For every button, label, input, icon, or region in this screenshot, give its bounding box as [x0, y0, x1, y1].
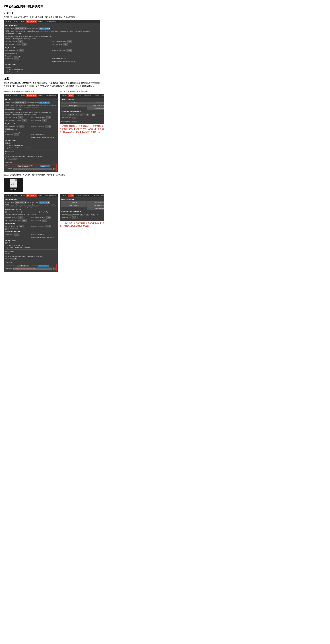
light-samples-3[interactable]: [22, 219, 27, 222]
tab-render-elements-s1[interactable]: Render Elements: [100, 94, 104, 97]
gi-aa-3[interactable]: [18, 216, 23, 218]
tab-system-s2[interactable]: System: [93, 194, 100, 197]
tab-common-2[interactable]: Common: [4, 94, 12, 97]
light-samples-2[interactable]: [22, 120, 27, 122]
tab-scene-s2[interactable]: Scene: [68, 194, 74, 197]
primary-solver-2[interactable]: Path Tracing: [15, 102, 26, 104]
setup-lightmix-btn-2[interactable]: Setup LightMix: [61, 204, 86, 207]
tab-performance-1[interactable]: Performance: [26, 20, 37, 23]
time-m-1[interactable]: [86, 114, 89, 116]
tab-common-s2[interactable]: Common: [60, 194, 68, 197]
max-sample-2[interactable]: [46, 116, 51, 119]
max-ray-2[interactable]: [42, 120, 47, 122]
lock-sampling-check[interactable]: [5, 36, 6, 37]
precomp-select-3[interactable]: Load from file: [17, 264, 29, 267]
tab-scene-3[interactable]: Scene: [12, 194, 19, 197]
max-ray-input[interactable]: [63, 44, 68, 46]
max-passes-input[interactable]: [14, 58, 19, 60]
show-vfb-btn-1[interactable]: Show VFB: [61, 102, 86, 104]
time-m-2[interactable]: [86, 214, 89, 216]
browse-btn-2[interactable]: [...]: [53, 168, 56, 170]
displacement-3d-check[interactable]: [5, 52, 6, 54]
tab-scene-1[interactable]: Scene: [12, 20, 19, 23]
tab-system-2[interactable]: System: [37, 94, 44, 97]
tab-camera-1[interactable]: Camera: [19, 20, 26, 23]
screen-size-check[interactable]: [5, 50, 6, 51]
tab-camera-s1[interactable]: Camera: [74, 94, 82, 97]
after-render-select-3[interactable]: Save to file: [38, 264, 49, 267]
tab-performance-s1[interactable]: Performance: [82, 94, 93, 97]
filename-input-2[interactable]: [13, 168, 52, 170]
primary-solver-3[interactable]: Path Tracing: [15, 201, 26, 204]
screen-2[interactable]: [19, 125, 24, 128]
tab-camera-2[interactable]: Camera: [19, 94, 26, 97]
adaptive-light-check[interactable]: [39, 36, 40, 37]
world-size-input[interactable]: [66, 50, 72, 52]
precomp-select-2[interactable]: Try to l... append: [17, 165, 30, 167]
tab-scene-2[interactable]: Scene: [12, 94, 19, 97]
precision-input-3[interactable]: [12, 258, 17, 260]
screen-3[interactable]: [19, 225, 24, 228]
show-vfb-btn-2[interactable]: Show VFB: [61, 201, 86, 204]
tab-performance-s2[interactable]: Performance: [82, 194, 93, 197]
open-material-btn-2[interactable]: Open Material Library: [87, 204, 104, 207]
time-h-2[interactable]: [80, 214, 83, 216]
enable-check[interactable]: [5, 66, 6, 68]
fast-preview-check[interactable]: [52, 61, 54, 62]
reset-settings-btn-1[interactable]: Reset settings: [87, 108, 104, 110]
tab-render-elements-3[interactable]: Render Elements: [44, 194, 58, 197]
force-path-check[interactable]: [52, 58, 54, 59]
browse-btn-3[interactable]: [...]: [53, 268, 56, 270]
gi-aa-input[interactable]: [18, 40, 23, 43]
world-2[interactable]: [45, 125, 50, 128]
secondary-solver-3[interactable]: UHD Cache: [39, 201, 50, 204]
start-interactive-btn-2[interactable]: Start interactive: [87, 201, 104, 204]
tab-system-3[interactable]: System: [37, 194, 44, 197]
primary-solver-select[interactable]: Path Tracing: [15, 28, 26, 30]
gen-caustics-check[interactable]: [7, 72, 8, 73]
max-passes-2[interactable]: [14, 134, 19, 136]
pass-limit-1[interactable]: [68, 114, 72, 116]
conserve-2[interactable]: [21, 112, 22, 113]
secondary-solver-2[interactable]: UHD Cache: [39, 102, 50, 104]
tab-performance-3[interactable]: Performance: [26, 194, 37, 197]
only-caustics-check[interactable]: [7, 69, 8, 70]
tab-performance-2[interactable]: Performance: [26, 94, 37, 97]
max-ray-3[interactable]: [42, 219, 47, 222]
filename-input-3[interactable]: [13, 268, 52, 270]
adaptive-2[interactable]: [39, 112, 40, 113]
tab-render-elements-s2[interactable]: Render Elements: [100, 194, 104, 197]
noise-level-2[interactable]: [72, 216, 76, 219]
reset-settings-btn-2[interactable]: Reset settings: [87, 207, 104, 210]
tab-render-elements-1[interactable]: Render Elements: [44, 20, 58, 23]
tab-render-elements-2[interactable]: Render Elements: [44, 94, 58, 97]
noise-level-1[interactable]: [72, 117, 76, 119]
secondary-solver-select-1[interactable]: Path Tracing: [39, 28, 50, 30]
gi-aa-2[interactable]: [18, 116, 23, 119]
light-samples-input[interactable]: [22, 44, 27, 46]
start-interactive-btn-1[interactable]: Start interactive: [87, 102, 104, 104]
tab-common-s1[interactable]: Common: [60, 94, 68, 97]
max-sample-3[interactable]: [46, 216, 51, 218]
time-h-1[interactable]: [80, 114, 83, 116]
lock-2[interactable]: [5, 112, 6, 113]
tab-common-3[interactable]: Common: [4, 194, 12, 197]
open-material-btn-1[interactable]: Open Material Library: [87, 104, 104, 107]
tab-system-1[interactable]: System: [37, 20, 44, 23]
world-size-check[interactable]: [52, 50, 54, 51]
tab-common-1[interactable]: Common: [4, 20, 12, 23]
max-sample-input[interactable]: [67, 40, 72, 43]
tab-system-s1[interactable]: System: [93, 94, 100, 97]
world-3[interactable]: [45, 225, 50, 228]
setup-lightmix-btn-1[interactable]: Setup LightMix: [61, 104, 86, 107]
time-s-2[interactable]: [92, 214, 95, 216]
max-passes-3[interactable]: [14, 233, 19, 236]
precision-input-2[interactable]: [12, 158, 17, 160]
tab-camera-s2[interactable]: Camera: [74, 194, 82, 197]
time-s-1[interactable]: [92, 114, 95, 116]
conserve-memory-check[interactable]: [21, 36, 22, 37]
screen-size-input[interactable]: [19, 50, 24, 52]
after-render-select-2[interactable]: Save to file: [40, 165, 50, 167]
pass-limit-2[interactable]: [68, 214, 72, 216]
tab-camera-3[interactable]: Camera: [19, 194, 26, 197]
